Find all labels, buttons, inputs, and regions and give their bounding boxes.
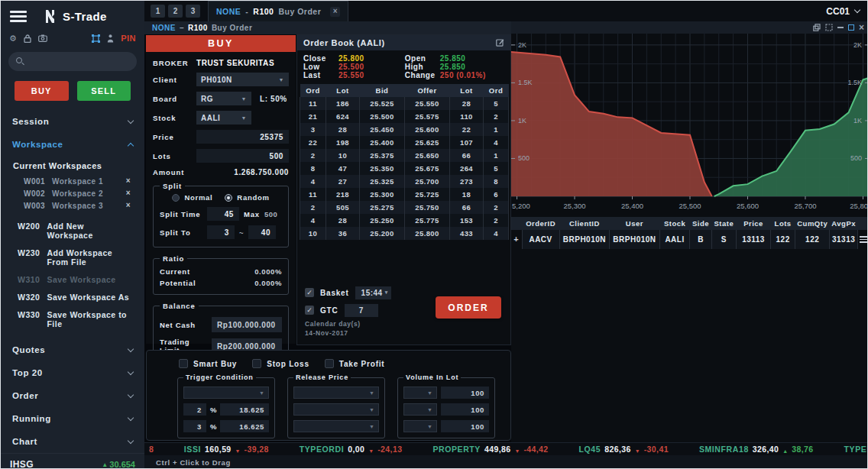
settings-gear-icon[interactable]: ⚙: [9, 34, 17, 43]
offer-price[interactable]: 25.675: [405, 162, 450, 175]
bid-price[interactable]: 25.350: [360, 162, 405, 175]
orders-column[interactable]: Side: [690, 217, 711, 230]
order-book-row[interactable]: 11 218 25.300 25.725 18 6: [300, 188, 509, 201]
order-book-row[interactable]: 21 624 25.500 25.575 110 2: [300, 110, 509, 123]
gtc-days-input[interactable]: 7: [345, 304, 378, 317]
volume-input[interactable]: 100: [441, 403, 489, 416]
take-profit-checkbox-row[interactable]: Take Profit: [325, 359, 385, 368]
menu-icon[interactable]: [10, 8, 27, 24]
orders-column[interactable]: Price: [737, 217, 770, 230]
split-normal-radio[interactable]: Normal: [172, 193, 212, 202]
volume-select[interactable]: ▼: [403, 420, 437, 432]
offer-price[interactable]: 25.575: [405, 110, 450, 123]
orders-column[interactable]: Lots: [770, 217, 795, 230]
stop-loss-checkbox-row[interactable]: Stop Loss: [252, 359, 309, 368]
close-icon[interactable]: [126, 202, 131, 209]
offer-price[interactable]: 25.800: [405, 227, 450, 240]
sidebar-item-order[interactable]: Order: [1, 384, 144, 407]
account-selector[interactable]: CC01: [826, 6, 860, 17]
bid-price[interactable]: 25.375: [360, 149, 405, 162]
trigger-condition-select[interactable]: ▼: [183, 387, 269, 399]
lots-input[interactable]: 500: [196, 149, 289, 163]
row-menu-icon[interactable]: [858, 236, 868, 243]
offer-price[interactable]: 25.650: [405, 149, 450, 162]
order-book-column[interactable]: Offer: [405, 84, 450, 97]
gtc-checkbox[interactable]: [305, 306, 314, 315]
bid-price[interactable]: 25.300: [360, 188, 405, 201]
sidebar-item-top20[interactable]: Top 20: [1, 361, 144, 384]
trigger-pct-input[interactable]: 2: [183, 403, 206, 416]
bid-price[interactable]: 25.525: [360, 97, 405, 110]
volume-select[interactable]: ▼: [403, 403, 437, 416]
close-icon[interactable]: [126, 177, 131, 185]
order-book-row[interactable]: 4 28 25.250 25.775 153 2: [300, 214, 509, 227]
orders-column[interactable]: ClientID: [559, 217, 610, 230]
volume-input[interactable]: 100: [441, 387, 489, 399]
ticker-item[interactable]: ISSI 160,59 -39,28: [184, 442, 269, 455]
split-to-min-input[interactable]: 3: [207, 225, 235, 239]
stock-select[interactable]: AALI ▼: [196, 111, 251, 125]
offer-price[interactable]: 25.550: [405, 97, 450, 110]
pager-button[interactable]: 2: [168, 5, 183, 18]
workspace-action[interactable]: W200 Add New Workspace: [1, 217, 144, 244]
workspace-action[interactable]: W320 Save Workspace As: [1, 288, 144, 306]
order-book-row[interactable]: 2 10 25.375 25.650 66 1: [300, 149, 509, 162]
ticker-item[interactable]: TYPERIGHT 0,00 28,51: [844, 442, 868, 455]
close-icon[interactable]: [126, 189, 131, 197]
trigger-price-input[interactable]: 18.625: [220, 403, 269, 416]
order-book-row[interactable]: 2 505 25.275 25.750 66 2: [300, 201, 509, 214]
bid-price[interactable]: 25.200: [360, 227, 405, 240]
minimize-icon[interactable]: [837, 27, 844, 28]
split-time-input[interactable]: 45: [207, 207, 239, 221]
release-price-select[interactable]: ▼: [293, 403, 379, 416]
workspace-action[interactable]: W330 Save Workspace to File: [1, 306, 144, 332]
bid-price[interactable]: 25.250: [360, 214, 405, 227]
depth-chart[interactable]: 2K2K1.5K1.5K1K1K5005005,20025,30025,4002…: [511, 34, 868, 217]
bid-price[interactable]: 25.450: [360, 123, 405, 136]
trigger-pct-input[interactable]: 3: [183, 420, 206, 432]
price-input[interactable]: 25375: [196, 130, 289, 144]
lock-icon[interactable]: [24, 34, 31, 43]
offer-price[interactable]: 25.625: [405, 136, 450, 149]
pin-user-icon[interactable]: [107, 34, 114, 43]
bid-price[interactable]: 25.325: [360, 175, 405, 188]
bid-price[interactable]: 25.500: [360, 110, 405, 123]
offer-price[interactable]: 25.725: [405, 188, 450, 201]
order-book-row[interactable]: 4 27 25.325 25.700 273 8: [300, 175, 509, 188]
restore-window-icon[interactable]: [825, 24, 833, 31]
search-input[interactable]: [8, 52, 137, 71]
trigger-price-input[interactable]: 16.625: [220, 420, 269, 432]
order-book-row[interactable]: 10 36 25.200 25.800 433 4: [300, 227, 509, 240]
order-book-column[interactable]: Bid: [360, 84, 405, 97]
sidebar-buy-button[interactable]: BUY: [15, 81, 69, 101]
order-row[interactable]: AACV BRPH010N BRPH010N AALI B S 13113 12…: [511, 230, 868, 249]
release-price-select[interactable]: ▼: [293, 387, 379, 399]
orders-column[interactable]: AvgPx: [829, 217, 857, 230]
ticker-item[interactable]: LQ45 826,36 -30,41: [579, 442, 669, 455]
volume-select[interactable]: ▼: [403, 387, 437, 399]
basket-time-select[interactable]: 15:44: [355, 286, 391, 299]
orders-column[interactable]: Stock: [659, 217, 690, 230]
smart-buy-checkbox-row[interactable]: Smart Buy: [179, 359, 237, 368]
sidebar-item-workspace[interactable]: Workspace: [1, 133, 144, 156]
pager-button[interactable]: 3: [186, 5, 200, 18]
split-to-max-input[interactable]: 40: [248, 225, 276, 239]
sidebar-item-running[interactable]: Running: [1, 407, 144, 430]
sidebar-item-chart[interactable]: Chart: [1, 430, 144, 453]
release-price-select[interactable]: ▼: [293, 420, 379, 432]
board-select[interactable]: RG ▼: [196, 92, 251, 105]
cascade-windows-icon[interactable]: [813, 24, 821, 31]
order-book-column[interactable]: Lot: [450, 84, 484, 97]
order-book-column[interactable]: Ord: [484, 84, 509, 97]
bid-price[interactable]: 25.275: [360, 201, 405, 214]
order-submit-button[interactable]: ORDER: [436, 296, 501, 319]
close-icon[interactable]: ×: [859, 23, 864, 32]
orders-column[interactable]: CumQty: [795, 217, 829, 230]
camera-icon[interactable]: [38, 34, 47, 42]
ticker-item[interactable]: TYPEORDI 0,00 -24,13: [300, 442, 403, 455]
workspace-action[interactable]: W230 Add Workspace From File: [1, 244, 144, 270]
volume-input[interactable]: 100: [441, 420, 489, 432]
orders-column[interactable]: OrderID: [522, 217, 559, 230]
stop-loss-checkbox[interactable]: [252, 359, 261, 368]
orders-column[interactable]: State: [711, 217, 737, 230]
